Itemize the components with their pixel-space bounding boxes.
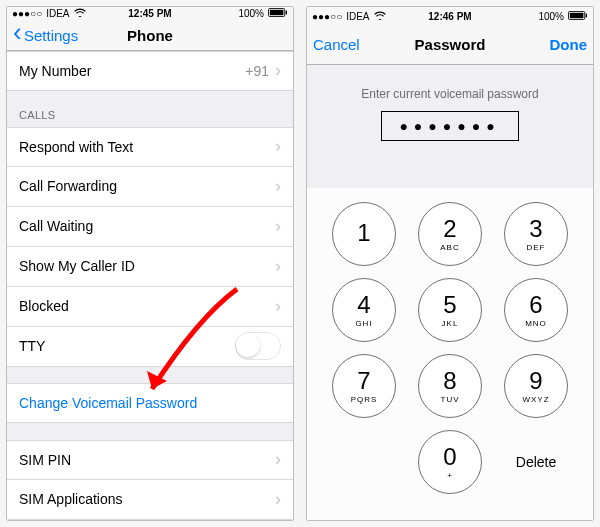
- clock: 12:46 PM: [307, 11, 593, 22]
- caller-id-row[interactable]: Show My Caller ID ›: [7, 247, 293, 287]
- left-screen: ●●●○○ IDEA 12:45 PM 100% Settings Phone …: [6, 6, 294, 521]
- nav-bar: Settings Phone: [7, 21, 293, 51]
- forwarding-row[interactable]: Call Forwarding ›: [7, 167, 293, 207]
- key-5[interactable]: 5JKL: [418, 278, 482, 342]
- clock: 12:45 PM: [7, 8, 293, 19]
- nav-bar: Cancel Password Done: [307, 25, 593, 65]
- change-voicemail-password-row[interactable]: Change Voicemail Password: [7, 383, 293, 423]
- my-number-value: +91: [245, 63, 269, 79]
- blocked-row[interactable]: Blocked ›: [7, 287, 293, 327]
- chevron-right-icon: ›: [275, 216, 281, 237]
- respond-row[interactable]: Respond with Text ›: [7, 127, 293, 167]
- status-bar: ●●●○○ IDEA 12:46 PM 100%: [307, 7, 593, 25]
- chevron-right-icon: ›: [275, 296, 281, 317]
- chevron-right-icon: ›: [275, 60, 281, 81]
- key-1[interactable]: 1: [332, 202, 396, 266]
- password-prompt: Enter current voicemail password: [307, 87, 593, 101]
- key-7[interactable]: 7PQRS: [332, 354, 396, 418]
- chevron-right-icon: ›: [275, 449, 281, 470]
- calls-header: CALLS: [7, 91, 293, 127]
- done-button[interactable]: Done: [544, 36, 594, 53]
- key-2[interactable]: 2ABC: [418, 202, 482, 266]
- sim-apps-row[interactable]: SIM Applications ›: [7, 480, 293, 520]
- keypad: 1 2ABC 3DEF 4GHI 5JKL 6MNO 7PQRS 8TUV 9W…: [307, 188, 593, 520]
- my-number-row[interactable]: My Number +91 ›: [7, 51, 293, 91]
- back-label: Settings: [24, 27, 78, 44]
- key-4[interactable]: 4GHI: [332, 278, 396, 342]
- key-3[interactable]: 3DEF: [504, 202, 568, 266]
- cancel-button[interactable]: Cancel: [307, 36, 366, 53]
- password-field[interactable]: ●●●●●●●: [381, 111, 519, 141]
- key-9[interactable]: 9WXYZ: [504, 354, 568, 418]
- password-dots: ●●●●●●●: [399, 118, 500, 134]
- delete-button[interactable]: Delete: [504, 454, 568, 470]
- back-button[interactable]: Settings: [7, 26, 84, 44]
- waiting-row[interactable]: Call Waiting ›: [7, 207, 293, 247]
- tty-row: TTY: [7, 327, 293, 367]
- chevron-left-icon: [13, 26, 24, 44]
- sim-pin-row[interactable]: SIM PIN ›: [7, 440, 293, 480]
- status-bar: ●●●○○ IDEA 12:45 PM 100%: [7, 7, 293, 21]
- chevron-right-icon: ›: [275, 136, 281, 157]
- key-0[interactable]: 0+: [418, 430, 482, 494]
- right-screen: ●●●○○ IDEA 12:46 PM 100% Cancel Password…: [306, 6, 594, 521]
- chevron-right-icon: ›: [275, 256, 281, 277]
- key-6[interactable]: 6MNO: [504, 278, 568, 342]
- my-number-label: My Number: [19, 63, 245, 79]
- chevron-right-icon: ›: [275, 489, 281, 510]
- key-8[interactable]: 8TUV: [418, 354, 482, 418]
- tty-switch[interactable]: [235, 332, 281, 360]
- chevron-right-icon: ›: [275, 176, 281, 197]
